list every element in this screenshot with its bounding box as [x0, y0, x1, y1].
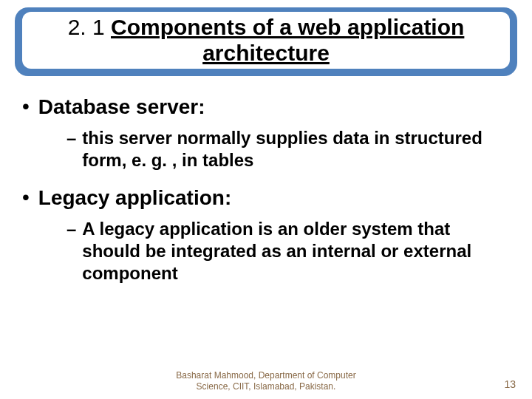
title-underlined: Components of a web application architec…	[111, 15, 464, 65]
footer-credit: Basharat Mahmood, Department of Computer…	[170, 370, 362, 392]
dash-icon: –	[66, 127, 76, 149]
sub-text: this server normally supplies data in st…	[82, 127, 502, 171]
bullet-icon: •	[22, 94, 30, 119]
page-number: 13	[504, 378, 516, 390]
bullet-icon: •	[22, 185, 30, 210]
bullet-item: • Database server:	[30, 94, 502, 120]
slide-content: • Database server: – this server normall…	[0, 76, 532, 284]
title-prefix: 2. 1	[68, 15, 111, 39]
bullet-heading: Legacy application:	[38, 185, 231, 211]
sub-item: – this server normally supplies data in …	[66, 127, 502, 171]
bullet-item: • Legacy application:	[30, 185, 502, 211]
sub-item: – A legacy application is an older syste…	[66, 218, 502, 284]
slide-footer: Basharat Mahmood, Department of Computer…	[0, 370, 532, 392]
title-banner: 2. 1 Components of a web application arc…	[15, 7, 517, 76]
slide-title: 2. 1 Components of a web application arc…	[22, 12, 510, 69]
bullet-heading: Database server:	[38, 94, 205, 120]
dash-icon: –	[66, 218, 76, 240]
sub-text: A legacy application is an older system …	[82, 218, 502, 284]
